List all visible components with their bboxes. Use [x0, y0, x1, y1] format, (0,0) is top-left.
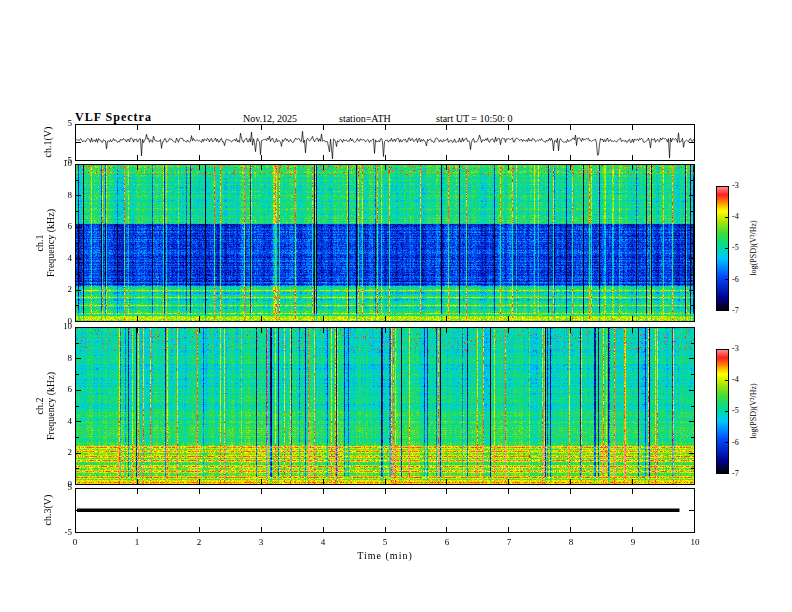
ch2-spectrogram-ylabel: ch.2 Frequency (kHz)	[34, 372, 56, 440]
ch1-spectrogram-ylabel: ch.1 Frequency (kHz)	[34, 209, 56, 277]
ch2-spectrogram-ylabel-axis: Frequency (kHz)	[45, 372, 56, 440]
x-tick-label: 1	[125, 537, 149, 548]
ch2-colorbar-label: log(PSD)(V²/Hz)	[748, 383, 759, 438]
x-tick-label: 2	[187, 537, 211, 548]
ch2-spectrogram-ylabel-channel: ch.2	[34, 372, 45, 440]
y-tick-label: 5	[48, 118, 72, 129]
y-tick-label: 4	[48, 253, 72, 264]
y-tick-label: 10	[48, 158, 72, 169]
y-tick-label: 2	[48, 284, 72, 295]
colorbar-tick-label: -7	[732, 469, 750, 479]
figure-title: VLF Spectra	[75, 110, 152, 125]
ch1-spectrogram-canvas	[75, 164, 695, 322]
header-date: Nov.12, 2025	[243, 113, 297, 124]
colorbar-tick-label: -7	[732, 306, 750, 316]
x-tick-label: 7	[497, 537, 521, 548]
ch1-colorbar-label: log(PSD)(V²/Hz)	[748, 220, 759, 275]
y-tick-label: 5	[48, 482, 72, 493]
x-tick-label: 9	[621, 537, 645, 548]
ch2-colorbar	[716, 349, 729, 478]
x-tick-label: 8	[559, 537, 583, 548]
y-tick-label: 10	[48, 321, 72, 332]
ch2-colorbar-canvas	[716, 349, 729, 474]
ch1-spectrogram-ylabel-channel: ch.1	[34, 209, 45, 277]
ch1-waveform-panel	[75, 124, 695, 161]
y-tick-label: 8	[48, 190, 72, 201]
ch1-colorbar-canvas	[716, 186, 729, 311]
y-tick-label: 8	[48, 353, 72, 364]
ch1-waveform-ylabel: ch.1(V)	[42, 127, 53, 158]
y-tick-label: 4	[48, 416, 72, 427]
x-axis-label: Time (min)	[335, 550, 435, 561]
y-tick-label: 6	[48, 221, 72, 232]
x-tick-label: 10	[683, 537, 707, 548]
colorbar-tick-label: -3	[732, 344, 750, 354]
header-station: station=ATH	[339, 113, 391, 124]
ch1-spectrogram-ylabel-axis: Frequency (kHz)	[45, 209, 56, 277]
x-tick-label: 0	[63, 537, 87, 548]
ch1-spectrogram-panel	[75, 164, 695, 322]
colorbar-tick-label: -3	[732, 181, 750, 191]
ch1-waveform-canvas	[75, 124, 695, 161]
y-tick-label: 2	[48, 447, 72, 458]
header-start-ut: start UT = 10:50: 0	[436, 113, 513, 124]
x-tick-label: 5	[373, 537, 397, 548]
ch3-waveform-panel	[75, 488, 695, 533]
x-tick-label: 4	[311, 537, 335, 548]
ch3-waveform-ylabel: ch.3(V)	[42, 495, 53, 526]
colorbar-tick-label: -6	[732, 275, 750, 285]
x-tick-label: 3	[249, 537, 273, 548]
ch1-colorbar	[716, 186, 729, 315]
vlf-spectra-figure: VLF Spectra Nov.12, 2025 station=ATH sta…	[0, 0, 792, 612]
ch2-spectrogram-canvas	[75, 327, 695, 485]
ch2-spectrogram-panel	[75, 327, 695, 485]
x-tick-label: 6	[435, 537, 459, 548]
colorbar-tick-label: -6	[732, 438, 750, 448]
y-tick-label: 6	[48, 384, 72, 395]
ch3-waveform-canvas	[75, 488, 695, 533]
